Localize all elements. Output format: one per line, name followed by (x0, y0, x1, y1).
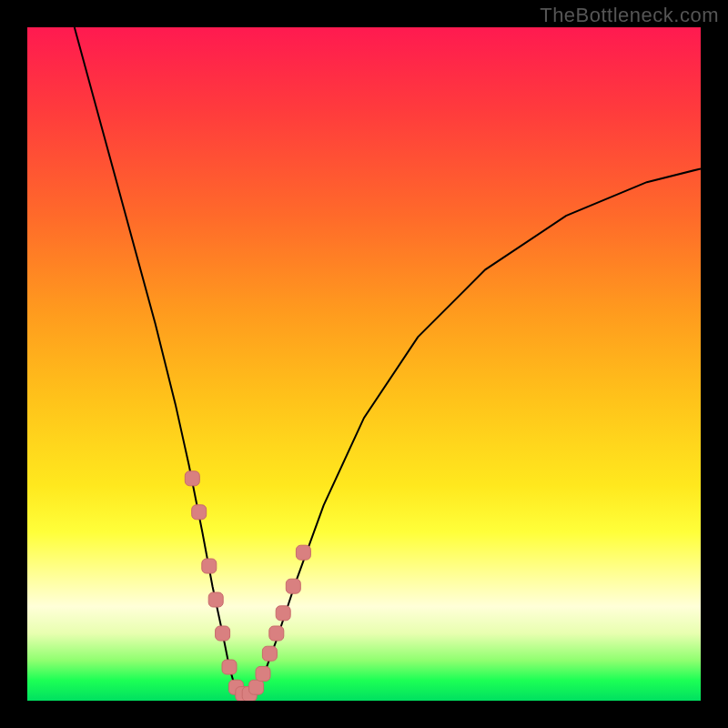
marker-point (208, 592, 223, 607)
marker-point (262, 646, 277, 661)
marker-point (256, 666, 270, 681)
plot-area (27, 27, 701, 701)
marker-point (192, 505, 207, 520)
marker-point (222, 660, 237, 674)
chart-frame: TheBottleneck.com (0, 0, 728, 728)
highlight-markers (27, 27, 701, 701)
marker-point (249, 680, 264, 694)
marker-point (202, 559, 217, 573)
marker-point (185, 471, 199, 486)
watermark-text: TheBottleneck.com (540, 4, 719, 27)
marker-point (269, 626, 284, 641)
marker-group (185, 471, 310, 701)
marker-point (276, 606, 290, 621)
marker-point (216, 626, 230, 641)
marker-point (296, 545, 310, 560)
marker-point (286, 579, 300, 593)
